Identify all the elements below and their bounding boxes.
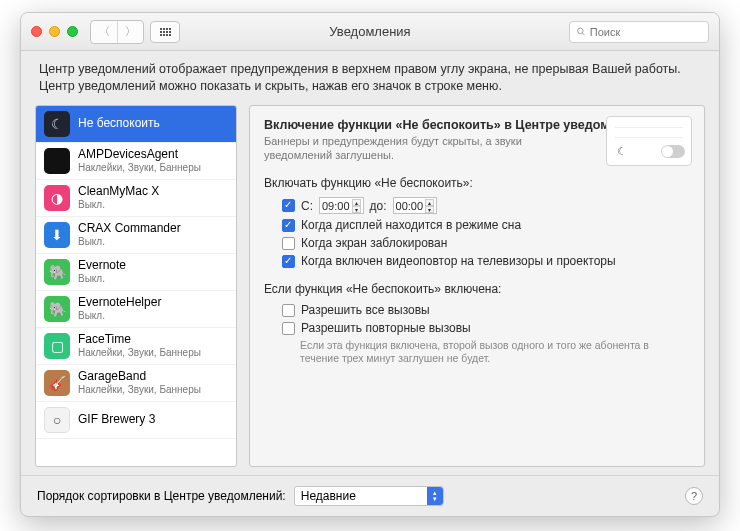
sidebar-item-label: CRAX Commander — [78, 222, 181, 236]
sort-value: Недавние — [301, 489, 356, 503]
sidebar-item-label: AMPDevicesAgent — [78, 148, 201, 162]
search-input[interactable] — [590, 26, 702, 38]
stepper-icon[interactable]: ▴▾ — [425, 199, 434, 213]
allow-all-label: Разрешить все вызовы — [301, 303, 430, 317]
allow-repeat-row: Разрешить повторные вызовы — [282, 321, 690, 335]
app-icon: ⬇ — [44, 222, 70, 248]
sidebar-item-label: CleanMyMac X — [78, 185, 159, 199]
sleep-checkbox[interactable] — [282, 219, 295, 232]
sidebar-item-label: Не беспокоить — [78, 117, 160, 131]
when-on-label: Если функция «Не беспокоить» включена: — [264, 282, 690, 296]
close-icon[interactable] — [31, 26, 42, 37]
time-mid: до: — [370, 199, 387, 213]
panel-hint: Баннеры и предупреждения будут скрыты, а… — [264, 135, 584, 163]
sidebar-item-6[interactable]: ▢FaceTimeНаклейки, Звуки, Баннеры — [36, 328, 236, 365]
sidebar-item-sub: Выкл. — [78, 310, 161, 322]
back-button[interactable]: 〈 — [91, 21, 117, 43]
allow-repeat-checkbox[interactable] — [282, 322, 295, 335]
zoom-icon[interactable] — [67, 26, 78, 37]
locked-row: Когда экран заблокирован — [282, 236, 690, 250]
moon-icon: ☾ — [617, 145, 627, 158]
sidebar-item-5[interactable]: 🐘EvernoteHelperВыкл. — [36, 291, 236, 328]
sidebar-item-1[interactable]: AMPDevicesAgentНаклейки, Звуки, Баннеры — [36, 143, 236, 180]
enable-section-label: Включать функцию «Не беспокоить»: — [264, 176, 690, 190]
sidebar-item-3[interactable]: ⬇CRAX CommanderВыкл. — [36, 217, 236, 254]
mirror-checkbox[interactable] — [282, 255, 295, 268]
app-icon: 🎸 — [44, 370, 70, 396]
time-prefix: С: — [301, 199, 313, 213]
app-icon: 🐘 — [44, 296, 70, 322]
app-icon — [44, 148, 70, 174]
sidebar-item-sub: Наклейки, Звуки, Баннеры — [78, 162, 201, 174]
locked-checkbox[interactable] — [282, 237, 295, 250]
mirror-row: Когда включен видеоповтор на телевизоры … — [282, 254, 690, 268]
app-icon: ◑ — [44, 185, 70, 211]
schedule-checkbox[interactable] — [282, 199, 295, 212]
main-area: ☾Не беспокоитьAMPDevicesAgentНаклейки, З… — [21, 105, 719, 475]
schedule-row: С: 09:00 ▴▾ до: 00:00 ▴▾ — [282, 197, 690, 214]
mirror-label: Когда включен видеоповтор на телевизоры … — [301, 254, 616, 268]
sidebar-item-7[interactable]: 🎸GarageBandНаклейки, Звуки, Баннеры — [36, 365, 236, 402]
help-button[interactable]: ? — [685, 487, 703, 505]
page-description: Центр уведомлений отображает предупрежде… — [21, 51, 719, 105]
bottom-bar: Порядок сортировки в Центре уведомлений:… — [21, 475, 719, 516]
allow-all-checkbox[interactable] — [282, 304, 295, 317]
show-all-button[interactable] — [150, 21, 180, 43]
svg-point-0 — [578, 28, 584, 34]
sort-select[interactable]: Недавние ▲▼ — [294, 486, 444, 506]
allow-repeat-label: Разрешить повторные вызовы — [301, 321, 471, 335]
svg-line-1 — [582, 33, 584, 35]
sidebar-item-sub: Наклейки, Звуки, Баннеры — [78, 347, 201, 359]
sidebar-item-sub: Выкл. — [78, 199, 159, 211]
forward-button[interactable]: 〉 — [117, 21, 143, 43]
sort-label: Порядок сортировки в Центре уведомлений: — [37, 489, 286, 503]
sidebar-item-label: EvernoteHelper — [78, 296, 161, 310]
locked-label: Когда экран заблокирован — [301, 236, 447, 250]
stepper-icon[interactable]: ▴▾ — [352, 199, 361, 213]
minimize-icon[interactable] — [49, 26, 60, 37]
sidebar-item-4[interactable]: 🐘EvernoteВыкл. — [36, 254, 236, 291]
sleep-row: Когда дисплей находится в режиме сна — [282, 218, 690, 232]
sidebar-item-label: FaceTime — [78, 333, 201, 347]
repeat-note: Если эта функция включена, второй вызов … — [300, 339, 680, 365]
chevron-updown-icon: ▲▼ — [427, 487, 443, 505]
sidebar-item-sub: Выкл. — [78, 236, 181, 248]
sidebar-item-label: GIF Brewery 3 — [78, 413, 155, 427]
sidebar-item-0[interactable]: ☾Не беспокоить — [36, 106, 236, 143]
toggle-icon — [661, 145, 685, 158]
grid-icon — [160, 28, 171, 36]
sidebar-item-8[interactable]: ○GIF Brewery 3 — [36, 402, 236, 439]
time-from-field[interactable]: 09:00 ▴▾ — [319, 197, 364, 214]
search-field[interactable] — [569, 21, 709, 43]
app-icon: ☾ — [44, 111, 70, 137]
app-icon: 🐘 — [44, 259, 70, 285]
sidebar-item-label: Evernote — [78, 259, 126, 273]
sidebar-item-label: GarageBand — [78, 370, 201, 384]
nav-back-forward: 〈 〉 — [90, 20, 144, 44]
sleep-label: Когда дисплей находится в режиме сна — [301, 218, 521, 232]
app-sidebar[interactable]: ☾Не беспокоитьAMPDevicesAgentНаклейки, З… — [35, 105, 237, 467]
titlebar: 〈 〉 Уведомления — [21, 13, 719, 51]
time-to-field[interactable]: 00:00 ▴▾ — [393, 197, 438, 214]
allow-all-row: Разрешить все вызовы — [282, 303, 690, 317]
sidebar-item-sub: Наклейки, Звуки, Баннеры — [78, 384, 201, 396]
window-controls — [31, 26, 78, 37]
search-icon — [576, 26, 586, 37]
settings-panel: ☾ Включение функции «Не беспокоить» в Це… — [249, 105, 705, 467]
sidebar-item-sub: Выкл. — [78, 273, 126, 285]
preview-thumbnail: ☾ — [606, 116, 692, 166]
app-icon: ▢ — [44, 333, 70, 359]
preferences-window: 〈 〉 Уведомления Центр уведомлений отобра… — [20, 12, 720, 517]
app-icon: ○ — [44, 407, 70, 433]
sidebar-item-2[interactable]: ◑CleanMyMac XВыкл. — [36, 180, 236, 217]
